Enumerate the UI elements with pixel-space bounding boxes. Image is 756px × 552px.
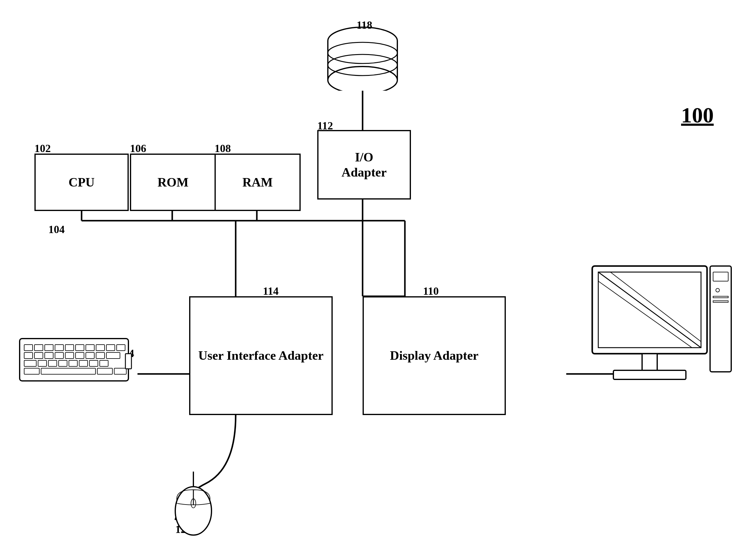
cpu-label: CPU: [68, 175, 94, 190]
svg-rect-53: [126, 354, 132, 369]
ui-adapter-label: User Interface Adapter: [198, 348, 323, 363]
ref-114: 114: [263, 285, 278, 297]
ref-110: 110: [423, 285, 439, 297]
io-adapter-box: I/OAdapter: [317, 130, 411, 199]
monitor-icon: [589, 263, 734, 468]
rom-box: ROM: [130, 154, 216, 211]
database-icon: [326, 24, 399, 91]
ref-102: 102: [34, 142, 51, 155]
rom-label: ROM: [157, 175, 189, 190]
ref-104: 104: [48, 223, 65, 236]
ref-118: 118: [357, 19, 372, 31]
main-title: 100: [681, 103, 714, 128]
ram-label: RAM: [242, 175, 272, 190]
mouse-icon: [163, 471, 224, 538]
user-interface-adapter-box: User Interface Adapter: [189, 296, 333, 415]
cpu-box: CPU: [34, 154, 129, 211]
ref-112: 112: [317, 119, 333, 132]
svg-rect-62: [642, 354, 657, 372]
svg-rect-64: [710, 266, 731, 372]
svg-rect-63: [613, 370, 686, 379]
io-adapter-label: I/OAdapter: [342, 150, 386, 180]
display-adapter-label: Display Adapter: [390, 348, 479, 363]
svg-point-18: [328, 66, 397, 91]
diagram: CPU ROM RAM I/OAdapter User Interface Ad…: [0, 0, 756, 552]
ref-106: 106: [130, 142, 146, 155]
keyboard-icon: [18, 329, 136, 390]
ram-box: RAM: [214, 154, 301, 211]
display-adapter-box: Display Adapter: [363, 296, 506, 415]
ref-108: 108: [214, 142, 231, 155]
